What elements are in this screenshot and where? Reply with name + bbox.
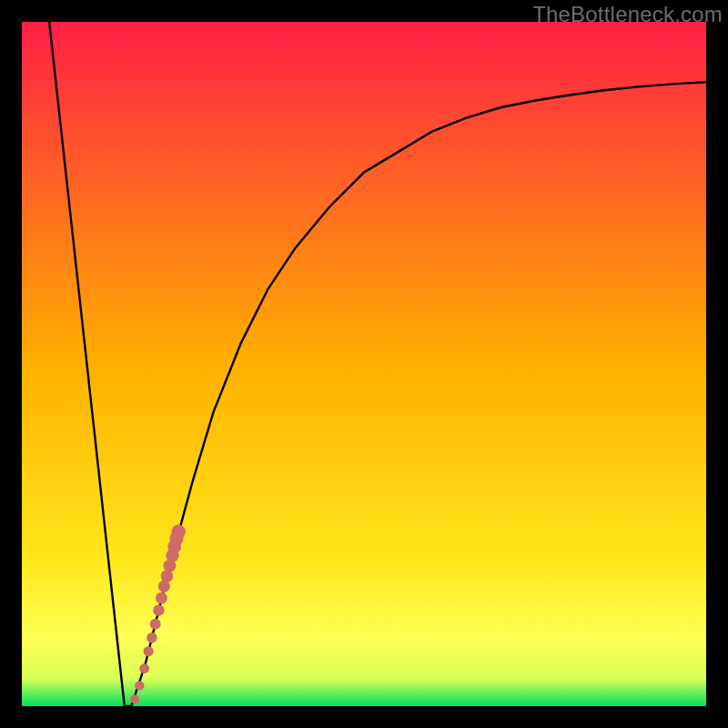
marker-dot xyxy=(171,524,186,539)
marker-dot xyxy=(158,581,170,592)
marker-dot xyxy=(150,619,161,630)
marker-dot xyxy=(153,605,164,616)
bottleneck-plot xyxy=(22,22,706,706)
gradient-background xyxy=(22,22,706,706)
marker-dot xyxy=(147,632,157,643)
marker-dot xyxy=(139,663,149,673)
watermark-text: TheBottleneck.com xyxy=(532,2,723,27)
marker-dot xyxy=(144,646,154,656)
chart-frame xyxy=(22,22,706,706)
marker-dot xyxy=(135,681,144,690)
marker-dot xyxy=(156,592,167,604)
marker-dot xyxy=(130,695,139,704)
